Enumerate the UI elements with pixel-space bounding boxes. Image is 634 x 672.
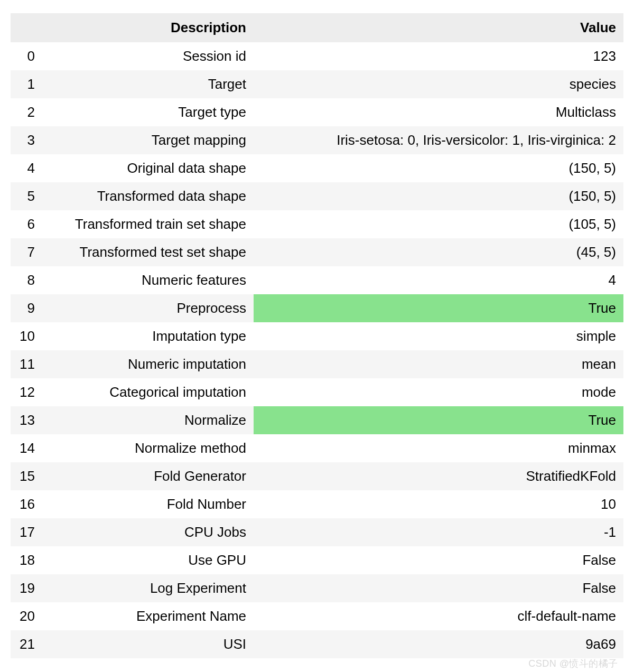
row-value: (150, 5) [254,154,623,182]
row-index: 4 [11,154,42,182]
row-value: 123 [254,42,623,70]
row-description: USI [42,630,254,658]
row-index: 12 [11,378,42,406]
table-row: 11Numeric imputationmean [11,350,623,378]
row-description: CPU Jobs [42,518,254,546]
row-value: minmax [254,434,623,462]
row-index: 15 [11,462,42,490]
table-row: 13NormalizeTrue [11,406,623,434]
row-index: 17 [11,518,42,546]
row-index: 9 [11,294,42,322]
table-row: 17CPU Jobs-1 [11,518,623,546]
row-value: (105, 5) [254,210,623,238]
row-description: Normalize [42,406,254,434]
header-index [11,13,42,42]
row-description: Categorical imputation [42,378,254,406]
row-value: Multiclass [254,98,623,126]
row-index: 19 [11,574,42,602]
row-description: Use GPU [42,546,254,574]
row-value: True [254,406,623,434]
row-index: 10 [11,322,42,350]
row-value: species [254,70,623,98]
table-row: 14Normalize methodminmax [11,434,623,462]
table-row: 3Target mappingIris-setosa: 0, Iris-vers… [11,126,623,154]
row-value: Iris-setosa: 0, Iris-versicolor: 1, Iris… [254,126,623,154]
row-value: mode [254,378,623,406]
row-value: StratifiedKFold [254,462,623,490]
table-row: 19Log ExperimentFalse [11,574,623,602]
row-index: 0 [11,42,42,70]
row-description: Numeric features [42,266,254,294]
row-description: Fold Generator [42,462,254,490]
table-row: 16Fold Number10 [11,490,623,518]
row-description: Preprocess [42,294,254,322]
row-value: mean [254,350,623,378]
row-value: 10 [254,490,623,518]
row-index: 5 [11,182,42,210]
table-row: 10Imputation typesimple [11,322,623,350]
row-description: Target mapping [42,126,254,154]
row-description: Target type [42,98,254,126]
row-description: Target [42,70,254,98]
row-description: Original data shape [42,154,254,182]
header-description: Description [42,13,254,42]
row-description: Transformed test set shape [42,238,254,266]
row-index: 20 [11,602,42,630]
table-row: 8Numeric features4 [11,266,623,294]
row-index: 1 [11,70,42,98]
row-description: Session id [42,42,254,70]
row-value: simple [254,322,623,350]
row-index: 7 [11,238,42,266]
table-body: 0Session id1231Targetspecies2Target type… [11,42,623,658]
row-description: Imputation type [42,322,254,350]
row-value: clf-default-name [254,602,623,630]
row-value: False [254,546,623,574]
row-value: (150, 5) [254,182,623,210]
table-row: 15Fold GeneratorStratifiedKFold [11,462,623,490]
row-index: 2 [11,98,42,126]
header-value: Value [254,13,623,42]
table-row: 1Targetspecies [11,70,623,98]
row-value: 9a69 [254,630,623,658]
table-row: 21USI9a69 [11,630,623,658]
row-index: 13 [11,406,42,434]
row-value: 4 [254,266,623,294]
config-summary-table: Description Value 0Session id1231Targets… [11,13,623,658]
row-description: Transformed train set shape [42,210,254,238]
watermark-text: CSDN @愤斗的橘子 [528,657,618,670]
table-row: 7Transformed test set shape(45, 5) [11,238,623,266]
row-value: -1 [254,518,623,546]
row-description: Experiment Name [42,602,254,630]
row-value: True [254,294,623,322]
table-row: 4Original data shape(150, 5) [11,154,623,182]
row-description: Transformed data shape [42,182,254,210]
row-description: Numeric imputation [42,350,254,378]
table-row: 6Transformed train set shape(105, 5) [11,210,623,238]
table-row: 0Session id123 [11,42,623,70]
row-index: 14 [11,434,42,462]
row-description: Log Experiment [42,574,254,602]
row-index: 11 [11,350,42,378]
row-description: Fold Number [42,490,254,518]
row-index: 3 [11,126,42,154]
row-index: 21 [11,630,42,658]
table-row: 20Experiment Nameclf-default-name [11,602,623,630]
row-index: 8 [11,266,42,294]
row-description: Normalize method [42,434,254,462]
table-row: 9PreprocessTrue [11,294,623,322]
row-index: 18 [11,546,42,574]
table-row: 12Categorical imputationmode [11,378,623,406]
header-row: Description Value [11,13,623,42]
row-index: 16 [11,490,42,518]
table-row: 2Target typeMulticlass [11,98,623,126]
table-row: 18Use GPUFalse [11,546,623,574]
row-value: (45, 5) [254,238,623,266]
table-row: 5Transformed data shape(150, 5) [11,182,623,210]
row-index: 6 [11,210,42,238]
row-value: False [254,574,623,602]
